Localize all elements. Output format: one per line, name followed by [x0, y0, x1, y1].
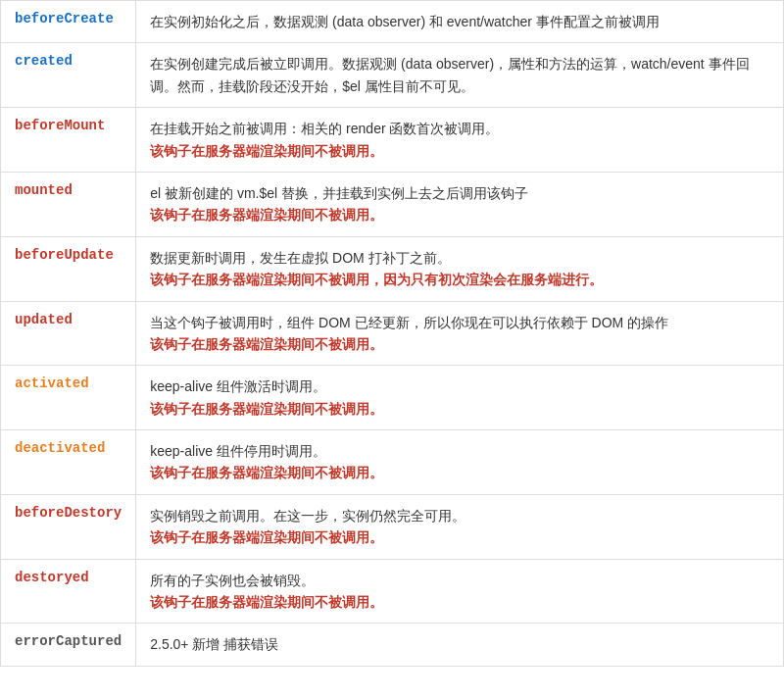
- hook-description: el 被新创建的 vm.$el 替换，并挂载到实例上去之后调用该钩子该钩子在服务…: [136, 172, 784, 236]
- hook-desc-main: 当这个钩子被调用时，组件 DOM 已经更新，所以你现在可以执行依赖于 DOM 的…: [150, 315, 668, 330]
- hook-desc-main: 2.5.0+ 新增 捕获错误: [150, 636, 278, 652]
- hook-server-warn: 该钩子在服务器端渲染期间不被调用。: [150, 401, 383, 417]
- hook-name: activated: [1, 366, 136, 430]
- table-row: mountedel 被新创建的 vm.$el 替换，并挂载到实例上去之后调用该钩…: [1, 172, 784, 236]
- hook-name: beforeCreate: [1, 1, 136, 43]
- hook-desc-main: 实例销毁之前调用。在这一步，实例仍然完全可用。: [150, 508, 466, 524]
- hook-description: 在挂载开始之前被调用：相关的 render 函数首次被调用。该钩子在服务器端渲染…: [136, 108, 784, 173]
- lifecycle-table: beforeCreate在实例初始化之后，数据观测 (data observer…: [0, 0, 784, 667]
- hook-name: destoryed: [1, 559, 136, 624]
- hook-name: beforeDestory: [1, 494, 136, 559]
- table-row: deactivatedkeep-alive 组件停用时调用。该钩子在服务器端渲染…: [1, 430, 784, 495]
- table-row: beforeUpdate数据更新时调用，发生在虚拟 DOM 打补丁之前。该钩子在…: [1, 236, 784, 301]
- table-row: errorCaptured2.5.0+ 新增 捕获错误: [1, 624, 784, 666]
- hook-desc-main: 数据更新时调用，发生在虚拟 DOM 打补丁之前。: [150, 250, 450, 266]
- hook-description: 实例销毁之前调用。在这一步，实例仍然完全可用。该钩子在服务器端渲染期间不被调用。: [136, 494, 784, 559]
- hook-name: created: [1, 43, 136, 108]
- hook-server-warn: 该钩子在服务器端渲染期间不被调用。: [150, 594, 383, 610]
- hook-name: deactivated: [1, 430, 136, 495]
- hook-server-warn: 该钩子在服务器端渲染期间不被调用。: [150, 465, 383, 480]
- hook-description: 所有的子实例也会被销毁。该钩子在服务器端渲染期间不被调用。: [136, 559, 784, 624]
- hook-server-warn: 该钩子在服务器端渲染期间不被调用。: [150, 529, 383, 545]
- table-row: activatedkeep-alive 组件激活时调用。该钩子在服务器端渲染期间…: [1, 366, 784, 430]
- table-row: updated当这个钩子被调用时，组件 DOM 已经更新，所以你现在可以执行依赖…: [1, 301, 784, 366]
- hook-name: beforeUpdate: [1, 236, 136, 301]
- hook-description: 在实例初始化之后，数据观测 (data observer) 和 event/wa…: [136, 1, 784, 43]
- hook-description: 2.5.0+ 新增 捕获错误: [136, 624, 784, 666]
- hook-name: mounted: [1, 172, 136, 236]
- hook-description: keep-alive 组件停用时调用。该钩子在服务器端渲染期间不被调用。: [136, 430, 784, 495]
- hook-desc-main: keep-alive 组件激活时调用。: [150, 378, 326, 394]
- hook-description: 当这个钩子被调用时，组件 DOM 已经更新，所以你现在可以执行依赖于 DOM 的…: [136, 301, 784, 366]
- hook-desc-main: el 被新创建的 vm.$el 替换，并挂载到实例上去之后调用该钩子: [150, 185, 528, 201]
- hook-server-warn: 该钩子在服务器端渲染期间不被调用。: [150, 336, 383, 352]
- table-row: created在实例创建完成后被立即调用。数据观测 (data observer…: [1, 43, 784, 108]
- hook-name: beforeMount: [1, 108, 136, 173]
- hook-server-warn: 该钩子在服务器端渲染期间不被调用。: [150, 143, 383, 159]
- hook-description: 数据更新时调用，发生在虚拟 DOM 打补丁之前。该钩子在服务器端渲染期间不被调用…: [136, 236, 784, 301]
- hook-desc-main: keep-alive 组件停用时调用。: [150, 443, 326, 459]
- hook-desc-main: 在实例初始化之后，数据观测 (data observer) 和 event/wa…: [150, 14, 660, 29]
- hook-description: keep-alive 组件激活时调用。该钩子在服务器端渲染期间不被调用。: [136, 366, 784, 430]
- hook-name: errorCaptured: [1, 624, 136, 666]
- hook-desc-main: 在实例创建完成后被立即调用。数据观测 (data observer)，属性和方法…: [150, 56, 749, 93]
- hook-desc-main: 所有的子实例也会被销毁。: [150, 573, 315, 588]
- hook-name: updated: [1, 301, 136, 366]
- table-row: beforeCreate在实例初始化之后，数据观测 (data observer…: [1, 1, 784, 43]
- table-row: destoryed所有的子实例也会被销毁。该钩子在服务器端渲染期间不被调用。: [1, 559, 784, 624]
- table-row: beforeDestory实例销毁之前调用。在这一步，实例仍然完全可用。该钩子在…: [1, 494, 784, 559]
- table-row: beforeMount在挂载开始之前被调用：相关的 render 函数首次被调用…: [1, 108, 784, 173]
- hook-server-warn: 该钩子在服务器端渲染期间不被调用。: [150, 207, 383, 223]
- hook-desc-main: 在挂载开始之前被调用：相关的 render 函数首次被调用。: [150, 121, 499, 136]
- hook-description: 在实例创建完成后被立即调用。数据观测 (data observer)，属性和方法…: [136, 43, 784, 108]
- hook-server-warn: 该钩子在服务器端渲染期间不被调用，因为只有初次渲染会在服务端进行。: [150, 272, 603, 287]
